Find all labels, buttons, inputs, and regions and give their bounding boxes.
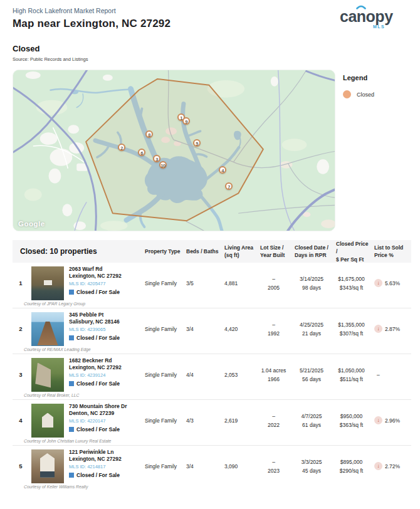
legend-item-label: Closed (357, 92, 374, 98)
address-line2: Denton, NC 27239 (69, 410, 141, 417)
map-marker-2[interactable]: 2 (118, 144, 125, 151)
status-line: Closed / For Sale (69, 380, 141, 387)
living-area-cell: 4,420 (221, 326, 256, 332)
property-photo[interactable] (31, 358, 64, 392)
col-closed-date: Closed Date /Days in RPR (291, 244, 332, 260)
col-living-area: Living Area(sq ft) (221, 244, 256, 260)
address-line2: Lexington, NC 27292 (69, 456, 141, 463)
address-line1: 730 Mountain Shore Dr (69, 403, 141, 410)
list-to-sold-cell: ↓ 2.96% (370, 416, 411, 424)
row-number: 5 (13, 463, 29, 470)
list-to-sold-value: 2.72% (385, 463, 400, 470)
property-type-cell: Single Family (141, 463, 182, 470)
map-marker-8[interactable]: 8 (145, 130, 153, 138)
price-change-down-icon: ↓ (374, 416, 382, 424)
row-number: 4 (13, 417, 29, 424)
closed-price-cell: $950,000$363/sq ft (332, 412, 370, 429)
property-type-cell: Single Family (141, 326, 182, 332)
closed-date-cell: 5/21/202556 days (291, 366, 332, 384)
closed-status-icon (69, 381, 74, 386)
lot-size-cell: –2022 (256, 412, 291, 429)
property-photo[interactable] (31, 312, 64, 346)
row-number: 1 (13, 280, 29, 286)
map-marker-4[interactable]: 4 (219, 166, 226, 174)
address-cell: 1682 Beckner Rd Lexington, NC 27292 MLS … (65, 357, 141, 387)
closed-date-cell: 4/25/202521 days (291, 320, 332, 338)
list-to-sold-cell: ↓ 5.63% (370, 279, 411, 287)
courtesy-note: Courtesy of John Christian Luxury Real E… (24, 439, 411, 443)
property-photo[interactable] (31, 404, 64, 438)
list-to-sold-cell: ↓ 2.87% (370, 325, 411, 333)
property-photo[interactable] (31, 266, 64, 300)
google-attribution[interactable]: Google (18, 220, 45, 228)
price-change-down-icon: ↓ (374, 325, 382, 333)
beds-baths-cell: 3/4 (182, 326, 221, 332)
closed-swatch-icon (343, 90, 351, 98)
row-number: 3 (13, 371, 29, 378)
status-text: Closed / For Sale (76, 472, 120, 478)
legend-title: Legend (343, 74, 374, 81)
status-text: Closed / For Sale (76, 289, 120, 295)
table-row: 4 730 Mountain Shore Dr Denton, NC 27239… (13, 400, 411, 446)
col-list-to-sold: List to SoldPrice % (370, 244, 411, 260)
list-to-sold-value: 2.87% (385, 326, 400, 332)
logo-text-post: opy (366, 8, 393, 26)
beds-baths-cell: 4/3 (182, 417, 221, 424)
list-to-sold-cell: ↓ – (370, 372, 411, 378)
address-line2: Salisbury, NC 28146 (69, 318, 141, 325)
closed-price-cell: $1,050,000$511/sq ft (332, 366, 370, 384)
closed-status-icon (69, 427, 74, 432)
closed-date-cell: 4/7/202561 days (291, 412, 332, 429)
address-line1: 121 Periwinkle Ln (69, 449, 141, 456)
map-row: 19826310547 Google Legend Closed (13, 70, 411, 231)
canopy-mls-logo: canopy MLS (340, 8, 410, 33)
map-marker-7[interactable]: 7 (225, 182, 233, 190)
beds-baths-cell: 3/4 (182, 463, 221, 470)
col-closed-price: Closed Price /$ Per Sq Ft (332, 240, 370, 263)
map-legend: Legend Closed (343, 70, 374, 231)
address-cell: 730 Mountain Shore Dr Denton, NC 27239 M… (65, 402, 141, 433)
status-line: Closed / For Sale (69, 426, 141, 433)
col-beds-baths: Beds / Baths (182, 248, 221, 255)
address-line2: Lexington, NC 27292 (69, 273, 141, 280)
table-header: Closed: 10 properties Property Type Beds… (13, 240, 411, 263)
mls-id: MLS ID: 4239065 (69, 327, 141, 332)
property-type-cell: Single Family (141, 280, 182, 286)
mls-id: MLS ID: 4220147 (69, 418, 141, 424)
lot-size-cell: –1992 (256, 320, 291, 338)
address-line2: Lexington, NC 27292 (69, 364, 141, 371)
table-body: 1 2063 Warf Rd Lexington, NC 27292 MLS I… (13, 263, 411, 489)
map[interactable]: 19826310547 Google (13, 70, 335, 231)
price-change-down-icon: ↓ (374, 462, 382, 470)
map-marker-9[interactable]: 9 (182, 117, 190, 125)
address-cell: 121 Periwinkle Ln Lexington, NC 27292 ML… (65, 448, 141, 478)
living-area-cell: 2,053 (221, 372, 256, 378)
address-line1: 345 Pebble Pt (69, 312, 141, 318)
list-to-sold-value: – (377, 372, 380, 378)
table-row: 5 121 Periwinkle Ln Lexington, NC 27292 … (13, 446, 411, 489)
map-marker-6[interactable]: 6 (138, 149, 145, 156)
map-marker-10[interactable]: 10 (159, 161, 167, 169)
table-title: Closed: 10 properties (13, 246, 141, 257)
living-area-cell: 3,090 (221, 463, 256, 470)
address-line1: 2063 Warf Rd (69, 266, 141, 273)
logo-caret-icon (355, 4, 367, 9)
beds-baths-cell: 3/5 (182, 280, 221, 286)
lot-size-cell: 1.04 acres1966 (256, 366, 291, 384)
map-marker-5[interactable]: 5 (193, 139, 201, 147)
mls-id: MLS ID: 4214817 (69, 464, 141, 470)
mls-id: MLS ID: 4205477 (69, 281, 141, 286)
status-line: Closed / For Sale (69, 335, 141, 341)
row-number: 2 (13, 325, 29, 332)
lot-size-cell: –2005 (256, 275, 291, 292)
list-to-sold-value: 2.96% (385, 417, 400, 424)
map-marker-3[interactable]: 3 (153, 155, 160, 162)
section-title: Closed (13, 44, 411, 53)
page-root: High Rock Lakefront Market Report Map ne… (0, 0, 420, 489)
closed-status-icon (69, 290, 74, 295)
col-lot-size: Lot Size /Year Built (256, 244, 291, 260)
courtesy-note: Courtesy of JPAR Legacy Group (24, 302, 411, 306)
property-photo[interactable] (31, 449, 64, 483)
closed-price-cell: $1,355,000$307/sq ft (332, 320, 370, 338)
logo-mls-sub: MLS (373, 24, 385, 29)
